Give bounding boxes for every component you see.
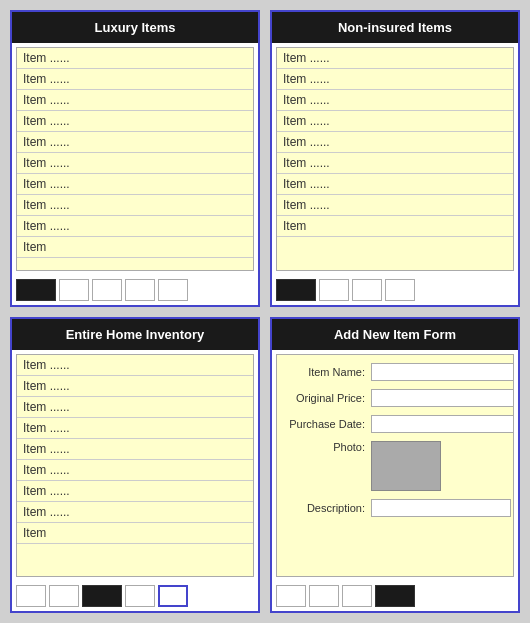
list-item[interactable]: Item ...... <box>17 418 253 439</box>
non-insured-list: Item ...... Item ...... Item ...... Item… <box>276 47 514 271</box>
list-item[interactable]: Item ...... <box>17 153 253 174</box>
action-button-3[interactable] <box>82 585 122 607</box>
action-button-4[interactable] <box>375 585 415 607</box>
home-inventory-footer <box>12 581 258 611</box>
luxury-items-list: Item ...... Item ...... Item ...... Item… <box>16 47 254 271</box>
list-item[interactable]: Item <box>277 216 513 237</box>
list-item[interactable]: Item ...... <box>17 481 253 502</box>
home-inventory-panel: Entire Home Inventory Item ...... Item .… <box>10 317 260 614</box>
list-item[interactable]: Item ...... <box>17 376 253 397</box>
description-row: Description: <box>285 499 505 517</box>
action-button-4[interactable] <box>125 585 155 607</box>
original-price-label: Original Price: <box>285 392 365 404</box>
list-item[interactable]: Item ...... <box>277 69 513 90</box>
action-button-2[interactable] <box>49 585 79 607</box>
list-item[interactable]: Item ...... <box>17 355 253 376</box>
action-button-1[interactable] <box>16 279 56 301</box>
list-item[interactable]: Item <box>17 237 253 258</box>
list-item[interactable]: Item ...... <box>17 502 253 523</box>
home-inventory-list: Item ...... Item ...... Item ...... Item… <box>16 354 254 578</box>
action-button-2[interactable] <box>309 585 339 607</box>
list-item[interactable]: Item ...... <box>277 48 513 69</box>
original-price-row: Original Price: <box>285 389 505 407</box>
action-button-4[interactable] <box>125 279 155 301</box>
list-item[interactable]: Item ...... <box>277 111 513 132</box>
list-item[interactable]: Item ...... <box>17 195 253 216</box>
action-button-2[interactable] <box>319 279 349 301</box>
add-form-footer <box>272 581 518 611</box>
add-new-item-form: Item Name: Original Price: Purchase Date… <box>276 354 514 578</box>
list-item[interactable]: Item <box>17 523 253 544</box>
action-button-1[interactable] <box>276 585 306 607</box>
purchase-date-label: Purchase Date: <box>285 418 365 430</box>
purchase-date-row: Purchase Date: <box>285 415 505 433</box>
non-insured-footer <box>272 275 518 305</box>
description-input[interactable] <box>371 499 511 517</box>
add-new-item-panel: Add New Item Form Item Name: Original Pr… <box>270 317 520 614</box>
list-item[interactable]: Item ...... <box>17 111 253 132</box>
luxury-items-footer <box>12 275 258 305</box>
list-item[interactable]: Item ...... <box>277 153 513 174</box>
list-item[interactable]: Item ...... <box>17 132 253 153</box>
item-name-input[interactable] <box>371 363 514 381</box>
action-button-3[interactable] <box>92 279 122 301</box>
non-insured-header: Non-insured Items <box>272 12 518 43</box>
photo-row: Photo: <box>285 441 505 491</box>
list-item[interactable]: Item ...... <box>17 48 253 69</box>
list-item[interactable]: Item ...... <box>17 216 253 237</box>
list-item[interactable]: Item ...... <box>17 174 253 195</box>
action-button-3[interactable] <box>342 585 372 607</box>
item-name-row: Item Name: <box>285 363 505 381</box>
list-item[interactable]: Item ...... <box>17 397 253 418</box>
non-insured-panel: Non-insured Items Item ...... Item .....… <box>270 10 520 307</box>
item-name-label: Item Name: <box>285 366 365 378</box>
list-item[interactable]: Item ...... <box>277 174 513 195</box>
list-item[interactable]: Item ...... <box>17 90 253 111</box>
home-inventory-header: Entire Home Inventory <box>12 319 258 350</box>
action-button-2[interactable] <box>59 279 89 301</box>
action-button-4[interactable] <box>385 279 415 301</box>
list-item[interactable]: Item ...... <box>17 460 253 481</box>
list-item[interactable]: Item ...... <box>277 195 513 216</box>
action-button-1[interactable] <box>276 279 316 301</box>
action-button-5[interactable] <box>158 279 188 301</box>
luxury-items-panel: Luxury Items Item ...... Item ...... Ite… <box>10 10 260 307</box>
add-new-item-header: Add New Item Form <box>272 319 518 350</box>
purchase-date-input[interactable] <box>371 415 514 433</box>
original-price-input[interactable] <box>371 389 514 407</box>
luxury-items-header: Luxury Items <box>12 12 258 43</box>
list-item[interactable]: Item ...... <box>277 132 513 153</box>
action-button-5[interactable] <box>158 585 188 607</box>
photo-label: Photo: <box>285 441 365 453</box>
list-item[interactable]: Item ...... <box>277 90 513 111</box>
action-button-3[interactable] <box>352 279 382 301</box>
photo-placeholder[interactable] <box>371 441 441 491</box>
list-item[interactable]: Item ...... <box>17 439 253 460</box>
list-item[interactable]: Item ...... <box>17 69 253 90</box>
description-label: Description: <box>285 502 365 514</box>
action-button-1[interactable] <box>16 585 46 607</box>
